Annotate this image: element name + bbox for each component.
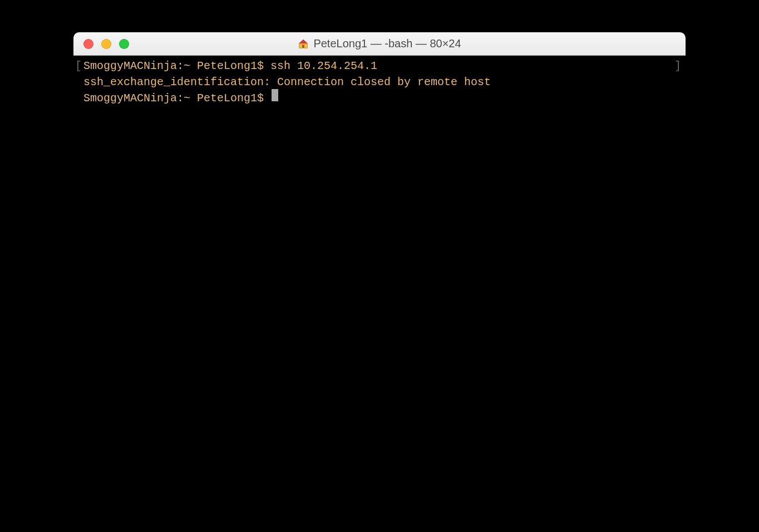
window-title: PeteLong1 — -bash — 80×24	[313, 37, 461, 50]
close-bracket: ]	[674, 58, 681, 74]
open-bracket: [	[75, 58, 82, 74]
shell-output: ssh_exchange_identification: Connection …	[83, 74, 491, 90]
shell-prompt: SmoggyMACNinja:~ PeteLong1$	[83, 90, 270, 106]
zoom-button[interactable]	[119, 39, 129, 49]
minimize-button[interactable]	[101, 39, 111, 49]
svg-rect-0	[303, 45, 304, 48]
title-center: PeteLong1 — -bash — 80×24	[73, 37, 686, 50]
shell-command: ssh 10.254.254.1	[270, 58, 377, 74]
traffic-lights	[73, 39, 129, 49]
cursor	[272, 89, 278, 101]
title-bar[interactable]: PeteLong1 — -bash — 80×24	[73, 32, 686, 56]
shell-prompt: SmoggyMACNinja:~ PeteLong1$	[83, 58, 270, 74]
terminal-line: SmoggyMACNinja:~ PeteLong1$	[83, 90, 681, 106]
terminal-window: PeteLong1 — -bash — 80×24 [ ] SmoggyMACN…	[73, 32, 686, 425]
home-icon	[298, 38, 309, 50]
terminal-body[interactable]: [ ] SmoggyMACNinja:~ PeteLong1$ ssh 10.2…	[73, 56, 686, 425]
terminal-line: SmoggyMACNinja:~ PeteLong1$ ssh 10.254.2…	[83, 58, 681, 74]
terminal-line: ssh_exchange_identification: Connection …	[83, 74, 681, 90]
close-button[interactable]	[83, 39, 93, 49]
